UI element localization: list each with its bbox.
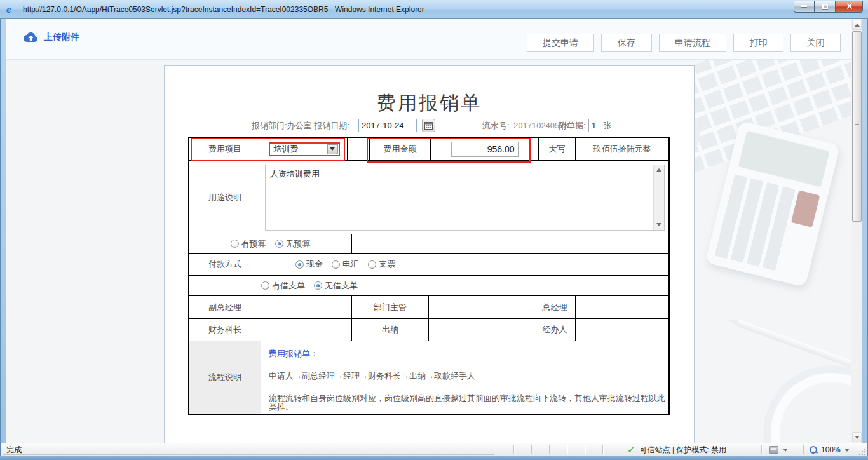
zoom-level: 100% — [821, 445, 841, 454]
arrow-up-icon — [855, 24, 860, 27]
select-dropdown-button[interactable] — [327, 144, 338, 154]
gm-signature-cell — [576, 296, 668, 318]
minimize-button[interactable] — [794, 1, 815, 13]
close-button[interactable] — [836, 1, 863, 13]
budget-option-label: 有预算 — [241, 238, 266, 250]
status-separator — [602, 445, 603, 454]
close-icon — [846, 3, 853, 10]
expense-item-label: 费用项目 — [189, 138, 261, 160]
purpose-textarea[interactable]: 人资培训费用 — [265, 165, 665, 231]
expense-form-paper: 费用报销单 报销部门:办公室 报销日期: 流水号: 201710240573 — [164, 65, 695, 443]
calendar-icon — [424, 121, 433, 130]
radio-unselected-icon — [231, 240, 239, 248]
empty-cell — [430, 254, 668, 275]
empty-cell — [352, 234, 668, 253]
radio-option-no-loan-slip[interactable]: 无借支单 — [314, 280, 358, 292]
window-title: http://127.0.0.1/OAapp/HtTrace0503Servle… — [23, 5, 794, 14]
scrollbar-thumb[interactable] — [852, 31, 862, 222]
attachment-unit-label: 张 — [603, 118, 611, 134]
budget-option-label: 无预算 — [286, 238, 311, 250]
cloud-upload-icon — [22, 32, 39, 43]
status-separator — [513, 445, 514, 454]
radio-option-cheque[interactable]: 支票 — [368, 259, 395, 270]
loan-option-label: 无借支单 — [325, 280, 358, 292]
radio-option-has-loan-slip[interactable]: 有借支单 — [261, 280, 305, 292]
scrollbar-down-button[interactable] — [852, 432, 862, 442]
scroll-down-icon[interactable] — [654, 220, 664, 230]
vertical-scrollbar[interactable] — [851, 19, 862, 443]
row-purpose: 用途说明 人资培训费用 — [189, 161, 668, 234]
dept-head-signature-cell — [429, 296, 534, 318]
page-icon — [769, 446, 778, 454]
caps-label: 大写 — [539, 138, 576, 160]
browser-window: e http://127.0.0.1/OAapp/HtTrace0503Serv… — [0, 0, 868, 460]
scrollbar-up-button[interactable] — [852, 20, 862, 30]
resize-grip[interactable] — [858, 448, 866, 456]
print-button[interactable]: 打印 — [733, 34, 783, 52]
flow-label: 流程说明 — [189, 341, 261, 414]
amount-input[interactable] — [451, 142, 519, 157]
status-separator — [803, 445, 804, 454]
spacer-cell — [348, 138, 370, 160]
security-zone-status[interactable]: ✓ 可信站点 | 保护模式: 禁用 — [627, 443, 726, 456]
save-button[interactable]: 保存 — [601, 34, 652, 52]
attachment-count-input[interactable] — [588, 119, 599, 132]
caps-value: 玖佰伍拾陆元整 — [576, 138, 668, 160]
attachment-count-label: 附单据: — [559, 118, 586, 134]
deputy-gm-signature-cell — [261, 296, 352, 318]
radio-selected-icon — [314, 281, 322, 290]
payment-option-label: 支票 — [379, 259, 395, 270]
status-separator — [761, 445, 762, 454]
maximize-button[interactable] — [815, 1, 836, 13]
maximize-icon — [822, 4, 828, 9]
flow-route: 申请人→副总经理→经理→财务科长→出纳→取款经手人 — [269, 372, 475, 381]
handler-label: 经办人 — [534, 319, 576, 341]
status-separator — [531, 445, 532, 454]
form-header-row: 报销部门:办公室 报销日期: 流水号: 201710240573 附单据: — [165, 118, 694, 134]
flow-description-cell: 费用报销单： 申请人→副总经理→经理→财务科长→出纳→取款经手人 流程流转和自身… — [261, 341, 668, 414]
purpose-label: 用途说明 — [189, 161, 261, 234]
application-flow-button[interactable]: 申请流程 — [659, 34, 726, 52]
page-toolbar: 上传附件 提交申请 保存 申请流程 打印 关闭 — [6, 19, 862, 60]
finance-chief-signature-cell — [261, 319, 352, 341]
purpose-cell: 人资培训费用 — [261, 161, 668, 234]
scroll-up-icon[interactable] — [654, 165, 664, 175]
zoom-control[interactable]: 100% — [810, 443, 850, 456]
radio-option-cash[interactable]: 现金 — [295, 259, 323, 270]
budget-radio-cell: 有预算 无预算 — [189, 234, 352, 253]
radio-option-has-budget[interactable]: 有预算 — [231, 238, 266, 250]
deputy-gm-label: 副总经理 — [189, 296, 261, 318]
form-title: 费用报销单 — [165, 90, 694, 116]
amount-label: 费用金额 — [370, 138, 431, 160]
row-approvers-2: 财务科长 出纳 经办人 — [189, 319, 668, 341]
status-message-cell: 完成 — [3, 445, 494, 455]
serial-number-label: 流水号: — [482, 118, 510, 134]
row-flow-description: 流程说明 费用报销单： 申请人→副总经理→经理→财务科长→出纳→取款经手人 流程… — [189, 341, 668, 414]
radio-option-wire[interactable]: 电汇 — [332, 259, 359, 270]
submit-application-button[interactable]: 提交申请 — [527, 34, 594, 52]
radio-unselected-icon — [261, 281, 269, 290]
calculator-keys-decoration — [715, 174, 798, 271]
report-date-input[interactable] — [358, 119, 417, 132]
cup-photo-decoration — [771, 373, 862, 443]
trusted-zone-text: 可信站点 | 保护模式: 禁用 — [640, 445, 726, 456]
radio-unselected-icon — [368, 260, 376, 269]
flow-heading: 费用报销单： — [269, 349, 318, 358]
status-message: 完成 — [6, 445, 22, 456]
row-approvers-1: 副总经理 部门主管 总经理 — [189, 296, 668, 319]
title-bar[interactable]: e http://127.0.0.1/OAapp/HtTrace0503Serv… — [0, 0, 868, 19]
window-controls — [794, 1, 863, 13]
chevron-down-icon — [844, 449, 850, 452]
dept-head-label: 部门主管 — [352, 296, 429, 318]
radio-option-no-budget[interactable]: 无预算 — [275, 238, 311, 250]
textarea-scrollbar[interactable] — [653, 165, 664, 230]
upload-attachment-link[interactable]: 上传附件 — [22, 32, 79, 43]
radio-selected-icon — [275, 240, 283, 248]
loan-radio-cell: 有借支单 无借支单 — [189, 276, 430, 295]
expense-item-select[interactable]: 培训费 — [269, 142, 340, 156]
cashier-signature-cell — [429, 319, 534, 341]
page-privacy-control[interactable] — [769, 443, 788, 456]
calendar-button[interactable] — [422, 119, 435, 132]
close-page-button[interactable]: 关闭 — [790, 34, 841, 52]
flow-note: 流程流转和自身岗位级别对应，岗位级别高的直接越过其前面的审批流程向下流转，其他人… — [269, 394, 668, 412]
